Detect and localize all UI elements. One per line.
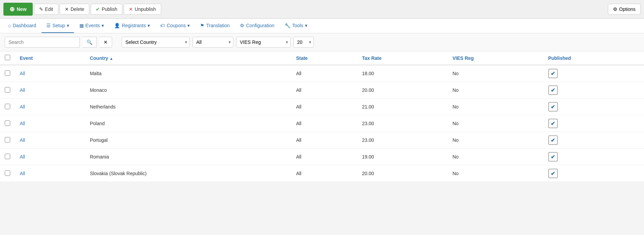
table-row: All Netherlands All 21.00 No ✔ xyxy=(0,99,644,115)
row-vies-reg: No xyxy=(448,132,543,149)
unpublish-button[interactable]: Unpublish xyxy=(124,4,161,15)
row-checkbox-cell[interactable] xyxy=(0,132,15,149)
row-published[interactable]: ✔ xyxy=(543,65,644,82)
col-country[interactable]: Country ▲ xyxy=(85,51,291,65)
row-event[interactable]: All xyxy=(15,165,85,182)
nav-dashboard[interactable]: ⌂ Dashboard xyxy=(3,19,41,33)
pencil-icon xyxy=(39,6,43,12)
country-select[interactable]: Select Country xyxy=(122,37,190,48)
row-event[interactable]: All xyxy=(15,115,85,132)
row-published[interactable]: ✔ xyxy=(543,82,644,99)
check-mark-icon: ✔ xyxy=(551,137,555,144)
row-country: Poland xyxy=(85,115,291,132)
row-published[interactable]: ✔ xyxy=(543,132,644,149)
row-state: All xyxy=(291,82,357,99)
x-red-icon xyxy=(129,6,133,12)
edit-label: Edit xyxy=(45,6,53,12)
nav-registrants[interactable]: 👤 Registrants ▾ xyxy=(109,19,155,33)
published-checkbox[interactable]: ✔ xyxy=(548,102,558,112)
nav-events[interactable]: ▦ Events ▾ xyxy=(75,19,109,33)
published-checkbox[interactable]: ✔ xyxy=(548,169,558,178)
row-published[interactable]: ✔ xyxy=(543,99,644,115)
row-tax-rate: 20.00 xyxy=(357,165,448,182)
published-checkbox[interactable]: ✔ xyxy=(548,119,558,128)
row-state: All xyxy=(291,65,357,82)
row-country: Malta xyxy=(85,65,291,82)
col-tax-rate: Tax Rate xyxy=(357,51,448,65)
nav-configuration[interactable]: ⚙ Configuration xyxy=(235,19,279,33)
data-table: Event Country ▲ State Tax Rate VIES Reg … xyxy=(0,51,644,182)
nav-setup[interactable]: ☰ Setup ▾ xyxy=(42,19,74,33)
all-select[interactable]: All xyxy=(193,37,233,48)
select-all-checkbox-header[interactable] xyxy=(0,51,15,65)
row-checkbox-cell[interactable] xyxy=(0,65,15,82)
publish-button[interactable]: Publish xyxy=(91,4,122,15)
pagesize-select[interactable]: 20 xyxy=(293,37,314,48)
vies-dropdown-wrapper: VIES Reg ▾ xyxy=(236,37,291,48)
row-state: All xyxy=(291,132,357,149)
row-country: Monaco xyxy=(85,82,291,99)
toolbar: ⊕ New Edit Delete Publish Unpublish Opti… xyxy=(0,0,644,19)
check-mark-icon: ✔ xyxy=(551,154,555,160)
gear-icon xyxy=(613,6,617,12)
row-tax-rate: 21.00 xyxy=(357,99,448,115)
table-row: All Romania All 19.00 No ✔ xyxy=(0,149,644,165)
delete-button[interactable]: Delete xyxy=(60,4,89,15)
published-checkbox[interactable]: ✔ xyxy=(548,69,558,78)
new-button[interactable]: ⊕ New xyxy=(3,3,33,16)
col-event[interactable]: Event xyxy=(15,51,85,65)
unpublish-label: Unpublish xyxy=(135,6,156,12)
nav-tools[interactable]: 🔧 Tools ▾ xyxy=(280,19,312,33)
table-row: All Slovakia (Slovak Republic) All 20.00… xyxy=(0,165,644,182)
row-checkbox[interactable] xyxy=(5,70,10,76)
row-checkbox[interactable] xyxy=(5,87,10,93)
row-event[interactable]: All xyxy=(15,65,85,82)
select-all-checkbox[interactable] xyxy=(5,55,10,60)
table-row: All Poland All 23.00 No ✔ xyxy=(0,115,644,132)
row-checkbox-cell[interactable] xyxy=(0,165,15,182)
chevron-down-icon: ▾ xyxy=(187,23,190,28)
nav-translation[interactable]: ⚑ Translation xyxy=(195,19,234,33)
check-mark-icon: ✔ xyxy=(551,170,555,177)
clear-search-button[interactable]: ✕ xyxy=(99,37,112,48)
row-checkbox-cell[interactable] xyxy=(0,149,15,165)
row-country: Netherlands xyxy=(85,99,291,115)
table-row: All Malta All 18.00 No ✔ xyxy=(0,65,644,82)
nav-coupons[interactable]: 🏷 Coupons ▾ xyxy=(155,19,195,33)
row-checkbox-cell[interactable] xyxy=(0,115,15,132)
vies-select[interactable]: VIES Reg xyxy=(236,37,291,48)
row-event[interactable]: All xyxy=(15,99,85,115)
published-checkbox[interactable]: ✔ xyxy=(548,135,558,145)
published-checkbox[interactable]: ✔ xyxy=(548,152,558,162)
row-state: All xyxy=(291,115,357,132)
search-input[interactable] xyxy=(5,37,80,48)
row-published[interactable]: ✔ xyxy=(543,165,644,182)
chevron-down-icon: ▾ xyxy=(102,23,104,28)
tools-icon: 🔧 xyxy=(285,23,290,28)
chevron-down-icon: ▾ xyxy=(67,23,69,28)
options-button[interactable]: Options xyxy=(608,4,641,15)
row-checkbox[interactable] xyxy=(5,170,10,176)
row-published[interactable]: ✔ xyxy=(543,115,644,132)
edit-button[interactable]: Edit xyxy=(34,4,58,15)
row-tax-rate: 23.00 xyxy=(357,132,448,149)
row-checkbox[interactable] xyxy=(5,120,10,126)
row-checkbox[interactable] xyxy=(5,137,10,142)
row-state: All xyxy=(291,149,357,165)
row-event[interactable]: All xyxy=(15,82,85,99)
row-checkbox-cell[interactable] xyxy=(0,82,15,99)
chevron-down-icon: ▾ xyxy=(305,23,307,28)
row-event[interactable]: All xyxy=(15,132,85,149)
nav-bar: ⌂ Dashboard ☰ Setup ▾ ▦ Events ▾ 👤 Regis… xyxy=(0,19,644,33)
row-vies-reg: No xyxy=(448,82,543,99)
row-checkbox[interactable] xyxy=(5,154,10,159)
clear-icon: ✕ xyxy=(104,39,108,45)
search-button[interactable]: 🔍 xyxy=(82,37,97,48)
row-published[interactable]: ✔ xyxy=(543,149,644,165)
row-tax-rate: 19.00 xyxy=(357,149,448,165)
published-checkbox[interactable]: ✔ xyxy=(548,85,558,95)
row-checkbox-cell[interactable] xyxy=(0,99,15,115)
row-checkbox[interactable] xyxy=(5,104,10,109)
delete-icon xyxy=(65,6,69,12)
row-event[interactable]: All xyxy=(15,149,85,165)
